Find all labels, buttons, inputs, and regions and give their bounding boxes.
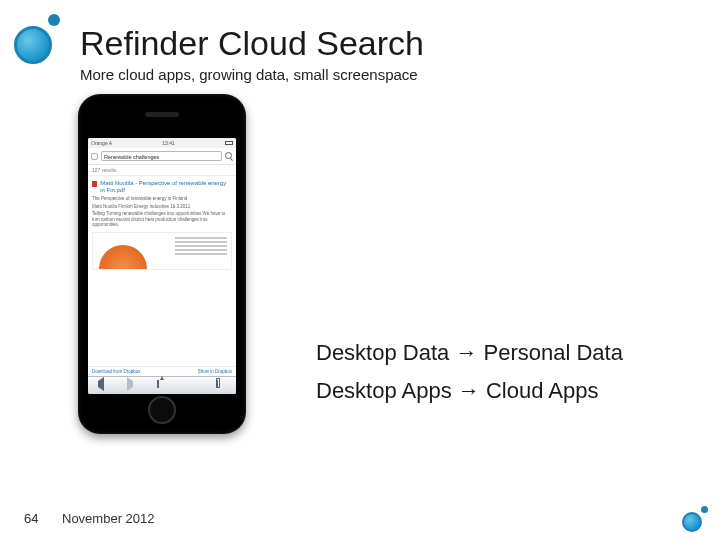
open-link[interactable]: Show in Dropbox	[198, 369, 232, 374]
browser-toolbar	[88, 376, 236, 394]
carrier-label: Orange A	[91, 140, 112, 146]
phone-screen: Orange A 13:41 Renewable challenges 127 …	[88, 138, 236, 394]
brand-logo	[14, 14, 64, 64]
result-desc-2: Matti Nuutila Finnish Energy Industries …	[92, 204, 232, 210]
battery-icon	[225, 141, 233, 145]
result-desc-1: The Perspective of renewable energy in F…	[92, 196, 232, 202]
phone-mockup: Orange A 13:41 Renewable challenges 127 …	[78, 94, 246, 434]
app-icon	[91, 153, 98, 160]
share-icon[interactable]	[157, 381, 167, 391]
search-result[interactable]: Matti Nuutila - Perspective of renewable…	[88, 176, 236, 274]
clock-label: 13:41	[162, 140, 175, 146]
bookmarks-icon[interactable]	[187, 381, 197, 391]
tabs-icon[interactable]	[216, 381, 226, 391]
result-title: Matti Nuutila - Perspective of renewable…	[100, 180, 232, 194]
result-links: Download from Dropbox Show in Dropbox	[88, 366, 236, 376]
trend-line-1: Desktop Data → Personal Data	[316, 340, 623, 366]
result-desc-3: Telling Turning renewable challenges int…	[92, 211, 232, 228]
status-bar: Orange A 13:41	[88, 138, 236, 148]
footer-logo	[682, 506, 708, 532]
search-input[interactable]: Renewable challenges	[101, 151, 222, 161]
page-title: Refinder Cloud Search	[80, 24, 424, 63]
footer-date: November 2012	[62, 511, 155, 526]
pdf-icon	[92, 181, 97, 187]
page-subtitle: More cloud apps, growing data, small scr…	[80, 66, 418, 83]
trend-line-2: Desktop Apps → Cloud Apps	[316, 378, 599, 404]
download-link[interactable]: Download from Dropbox	[92, 369, 141, 374]
result-count: 127 results	[88, 165, 236, 176]
page-number: 64	[24, 511, 38, 526]
result-thumbnail	[92, 232, 232, 270]
back-icon[interactable]	[98, 381, 108, 391]
search-icon[interactable]	[225, 152, 233, 160]
forward-icon[interactable]	[127, 381, 137, 391]
search-row: Renewable challenges	[88, 148, 236, 165]
